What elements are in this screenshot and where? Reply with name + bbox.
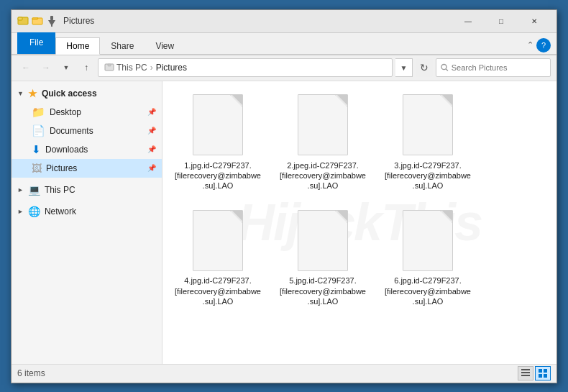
breadcrumb-this-pc[interactable]: This PC [116,63,147,73]
file-area: HijackThis 1.jpg.id-C279F237.[filerecove… [162,81,556,364]
pin-icon-pictures: 📌 [147,164,156,172]
sidebar-pictures-label: Pictures [46,163,77,173]
sidebar-item-network[interactable]: ► 🌐 Network [12,202,162,221]
search-input[interactable] [452,63,546,72]
file-item-5[interactable]: 5.jpg.id-C279F237.[filerecovery@zimbabwe… [276,205,370,309]
pc-icon: 💻 [28,184,40,196]
svg-rect-12 [521,375,530,376]
sidebar-item-quick-access[interactable]: ▼ ★ Quick access [12,84,162,103]
forward-button[interactable]: → [37,59,55,76]
file-name-6: 6.jpg.id-C279F237.[filerecovery@zimbabwe… [384,275,472,306]
pin-icon-desktop: 📌 [147,108,156,116]
file-name-2: 2.jpeg.id-C279F237.[filerecovery@zimbabw… [279,160,367,191]
minimize-button[interactable]: ― [452,9,485,32]
star-icon: ★ [28,88,37,99]
network-icon: 🌐 [28,206,40,217]
sidebar: ▼ ★ Quick access 📁 Desktop 📌 📄 Documents… [12,81,162,364]
breadcrumb-icon [104,63,116,73]
tab-view[interactable]: View [145,37,185,54]
pictures-icon: 🖼 [32,163,42,174]
sidebar-network-label: Network [45,206,76,216]
file-page-6 [403,210,453,271]
back-button[interactable]: ← [17,59,35,76]
quick-access-icon [17,15,29,27]
search-box[interactable] [436,58,551,77]
window-controls: ― □ ✕ [452,9,551,32]
address-box[interactable]: This PC › Pictures [98,58,393,77]
file-page-3 [403,94,453,155]
file-item-2[interactable]: 2.jpeg.id-C279F237.[filerecovery@zimbabw… [276,90,370,194]
search-icon [441,63,449,72]
chevron-right-icon: ▼ [17,90,24,97]
tab-file[interactable]: File [17,32,55,54]
pin-icon-downloads: 📌 [147,145,156,153]
file-icon-4 [189,208,247,273]
file-name-3: 3.jpg.id-C279F237.[filerecovery@zimbabwe… [384,160,472,191]
sidebar-item-desktop[interactable]: 📁 Desktop 📌 [12,103,162,122]
pin-icon-documents: 📌 [147,127,156,135]
title-bar-icons [17,15,58,27]
file-name-4: 4.jpg.id-C279F237.[filerecovery@zimbabwe… [174,275,262,306]
pin-icon [46,15,58,27]
file-name-5: 5.jpg.id-C279F237.[filerecovery@zimbabwe… [279,275,367,306]
file-page-1 [193,94,243,155]
address-bar: ← → ▼ ↑ This PC › Pictures ▼ ↻ [12,55,556,81]
grid-view-button[interactable] [535,366,551,380]
documents-icon: 📄 [32,124,45,137]
file-page-2 [298,94,348,155]
file-item-3[interactable]: 3.jpg.id-C279F237.[filerecovery@zimbabwe… [381,90,475,194]
up-button[interactable]: ↑ [78,59,95,76]
sidebar-section-this-pc: ► 💻 This PC [12,181,162,199]
sidebar-item-documents[interactable]: 📄 Documents 📌 [12,122,162,140]
tab-share[interactable]: Share [100,37,145,54]
ribbon-tabs: File Home Share View ⌃ ? [12,33,556,55]
sidebar-documents-label: Documents [50,126,93,136]
tab-home[interactable]: Home [55,37,100,55]
file-item-4[interactable]: 4.jpg.id-C279F237.[filerecovery@zimbabwe… [171,205,265,309]
folder-icon [32,15,43,27]
help-button[interactable]: ? [536,38,551,53]
sidebar-downloads-label: Downloads [45,145,88,155]
svg-rect-7 [108,64,111,66]
sidebar-item-this-pc[interactable]: ► 💻 This PC [12,181,162,199]
maximize-button[interactable]: □ [485,9,518,32]
dropdown-recent-button[interactable]: ▼ [58,59,75,76]
svg-rect-13 [539,369,542,373]
file-grid: 1.jpg.id-C279F237.[filerecovery@zimbabwe… [171,90,548,310]
downloads-icon: ⬇ [32,143,41,156]
close-button[interactable]: ✕ [518,9,551,32]
svg-rect-16 [544,374,547,378]
file-page-5 [298,210,348,271]
main-window: Pictures ― □ ✕ File Home Share View ⌃ ? … [11,9,557,383]
view-buttons [518,366,551,380]
file-name-1: 1.jpg.id-C279F237.[filerecovery@zimbabwe… [174,160,262,191]
chevron-right-icon-network: ► [17,208,24,215]
sidebar-item-pictures[interactable]: 🖼 Pictures 📌 [12,159,162,178]
file-item-6[interactable]: 6.jpg.id-C279F237.[filerecovery@zimbabwe… [381,205,475,309]
file-icon-3 [399,93,457,158]
sidebar-this-pc-label: This PC [45,185,75,195]
file-icon-5 [294,208,352,273]
svg-point-8 [441,65,446,70]
address-dropdown-button[interactable]: ▼ [395,58,413,77]
ribbon-collapse-button[interactable]: ⌃ [527,40,533,50]
breadcrumb-pictures[interactable]: Pictures [156,63,187,73]
file-item-1[interactable]: 1.jpg.id-C279F237.[filerecovery@zimbabwe… [171,90,265,194]
svg-rect-14 [544,369,547,373]
main-content: ▼ ★ Quick access 📁 Desktop 📌 📄 Documents… [12,81,556,364]
svg-rect-15 [539,374,542,378]
sidebar-desktop-label: Desktop [50,107,81,117]
sidebar-item-downloads[interactable]: ⬇ Downloads 📌 [12,140,162,159]
status-bar: 6 items [12,364,556,383]
file-page-4 [193,210,243,271]
folder-icon: 📁 [32,106,45,119]
sidebar-section-quick-access: ▼ ★ Quick access 📁 Desktop 📌 📄 Documents… [12,84,162,178]
chevron-right-icon-pc: ► [17,186,24,193]
window-title: Pictures [63,16,452,26]
sidebar-quick-access-label: Quick access [42,88,97,99]
grid-view-icon [539,369,547,378]
breadcrumb-sep1: › [150,63,153,73]
file-icon-1 [189,93,247,158]
refresh-button[interactable]: ↻ [416,58,433,77]
list-view-button[interactable] [518,366,533,380]
